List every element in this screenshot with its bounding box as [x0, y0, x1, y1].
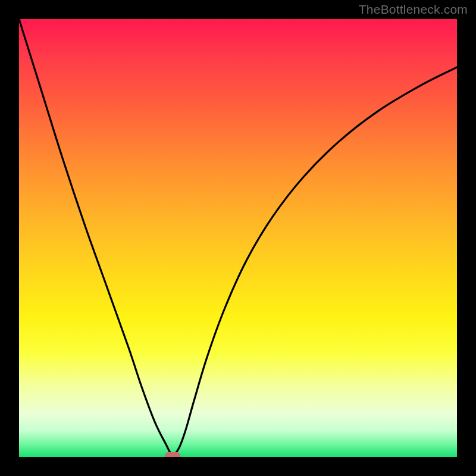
curve-svg — [19, 19, 457, 457]
plot-area — [19, 19, 457, 457]
bottleneck-curve — [19, 19, 457, 455]
watermark-text: TheBottleneck.com — [359, 2, 468, 17]
minimum-marker — [165, 452, 180, 457]
chart-frame: TheBottleneck.com — [0, 0, 476, 476]
